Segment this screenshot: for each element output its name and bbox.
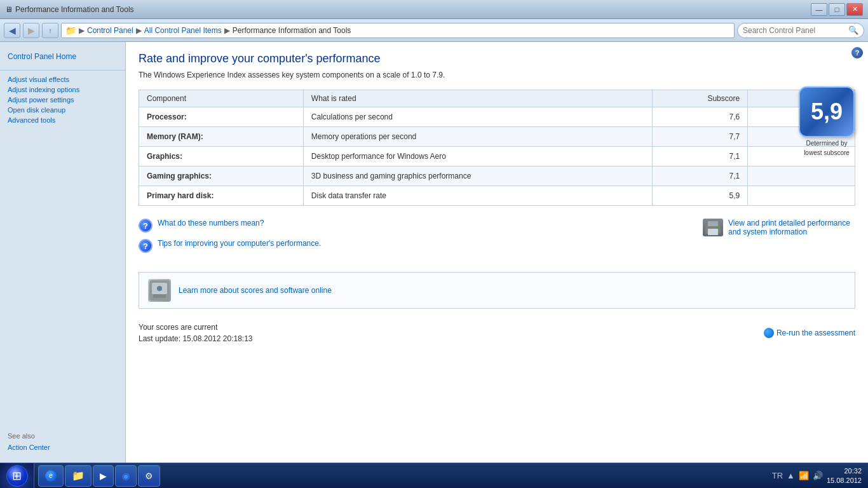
col-rated: What is rated <box>303 90 652 107</box>
tips-link[interactable]: Tips for improving your computer's perfo… <box>158 239 321 248</box>
sidebar-open-disk-cleanup[interactable]: Open disk cleanup <box>0 105 125 115</box>
taskbar-apps: e 📁 ▶ ◉ ⚙ <box>34 465 766 487</box>
basescore-cell <box>748 186 855 206</box>
page-description: The Windows Experience Index assesses ke… <box>139 71 855 79</box>
breadcrumb-control-panel[interactable]: Control Panel <box>87 26 133 35</box>
component-name: Primary hard disk: <box>139 186 304 206</box>
rerun-icon <box>764 328 774 338</box>
component-rated: 3D business and gaming graphics performa… <box>303 166 652 186</box>
breadcrumb-current: Performance Information and Tools <box>233 26 351 35</box>
address-bar: ◀ ▶ ↑ 📁 ▶ Control Panel ▶ All Control Pa… <box>0 19 868 42</box>
component-subscore: 7,1 <box>652 147 747 166</box>
table-row: Graphics: Desktop performance for Window… <box>139 147 855 166</box>
component-rated: Disk data transfer rate <box>303 186 652 206</box>
title-bar-controls: — □ ✕ <box>811 3 863 16</box>
content-area: ? Rate and improve your computer's perfo… <box>126 42 868 463</box>
printer-icon <box>703 219 723 236</box>
component-name: Gaming graphics: <box>139 166 304 186</box>
component-rated: Desktop performance for Windows Aero <box>303 147 652 166</box>
sidebar-action-center[interactable]: Action Center <box>8 442 118 452</box>
performance-table: Component What is rated Subscore Base sc… <box>139 90 855 206</box>
media-icon: ▶ <box>100 471 107 481</box>
back-button[interactable]: ◀ <box>4 23 20 38</box>
taskbar-chrome[interactable]: ◉ <box>115 465 137 487</box>
component-subscore: 7,1 <box>652 166 747 186</box>
lang-indicator: TR <box>772 471 783 480</box>
breadcrumb: 📁 ▶ Control Panel ▶ All Control Panel It… <box>61 23 735 38</box>
window-title: Performance Information and Tools <box>15 5 134 14</box>
links-section: ? What do these numbers mean? ? Tips for… <box>139 219 855 259</box>
component-name: Processor: <box>139 107 304 127</box>
start-button[interactable]: ⊞ <box>0 463 34 489</box>
col-component: Component <box>139 90 304 107</box>
maximize-button[interactable]: □ <box>829 3 845 16</box>
learn-icon <box>148 279 171 302</box>
help-icon-numbers: ? <box>139 219 153 233</box>
minimize-button[interactable]: — <box>811 3 827 16</box>
component-name: Memory (RAM): <box>139 127 304 147</box>
start-orb: ⊞ <box>6 465 28 487</box>
component-subscore: 7,7 <box>652 127 747 147</box>
status-text: Your scores are current Last update: 15.… <box>139 322 253 344</box>
folder-icon: 📁 <box>65 25 76 36</box>
basescore-cell <box>748 166 855 186</box>
component-subscore: 7,6 <box>652 107 747 127</box>
chrome-icon: ◉ <box>122 471 130 481</box>
arrow-icon: ▲ <box>787 471 795 480</box>
search-icon: 🔍 <box>848 25 858 35</box>
sidebar-adjust-power[interactable]: Adjust power settings <box>0 95 125 105</box>
help-icon[interactable]: ? <box>851 47 863 58</box>
taskbar-control-panel[interactable]: ⚙ <box>138 465 160 487</box>
clock: 20:32 15.08.2012 <box>827 466 862 485</box>
sidebar-section-main: Control Panel Home <box>0 47 125 66</box>
close-button[interactable]: ✕ <box>846 3 863 16</box>
sidebar: Control Panel Home Adjust visual effects… <box>0 42 126 463</box>
component-subscore: 5,9 <box>652 186 747 206</box>
taskbar-media[interactable]: ▶ <box>93 465 114 487</box>
sidebar-adjust-indexing[interactable]: Adjust indexing options <box>0 85 125 95</box>
breadcrumb-all-items[interactable]: All Control Panel Items <box>144 26 222 35</box>
component-rated: Calculations per second <box>303 107 652 127</box>
svg-rect-2 <box>708 229 718 235</box>
component-rated: Memory operations per second <box>303 127 652 147</box>
title-bar: 🖥 Performance Information and Tools — □ … <box>0 0 868 19</box>
sidebar-adjust-visual-effects[interactable]: Adjust visual effects <box>0 74 125 85</box>
link-item-tips: ? Tips for improving your computer's per… <box>139 239 690 253</box>
learn-more-link[interactable]: Learn more about scores and software onl… <box>179 286 332 295</box>
rerun-link[interactable]: Re-run the assessment <box>764 328 855 338</box>
svg-point-3 <box>717 226 719 229</box>
col-subscore: Subscore <box>652 90 747 107</box>
sidebar-control-panel-home[interactable]: Control Panel Home <box>8 51 118 62</box>
taskbar-right: TR ▲ 📶 🔊 20:32 15.08.2012 <box>766 466 868 485</box>
search-input[interactable] <box>743 26 848 35</box>
taskbar-folder[interactable]: 📁 <box>65 465 92 487</box>
component-name: Graphics: <box>139 147 304 166</box>
links-right: View and print detailed performance and … <box>703 219 855 236</box>
main-layout: Control Panel Home Adjust visual effects… <box>0 42 868 463</box>
status-line1: Your scores are current <box>139 322 253 333</box>
clock-time: 20:32 <box>827 466 862 475</box>
forward-button[interactable]: ▶ <box>23 23 39 38</box>
table-row: Gaming graphics: 3D business and gaming … <box>139 166 855 186</box>
sidebar-advanced-tools[interactable]: Advanced tools <box>0 115 125 125</box>
network-icon: 📶 <box>799 471 809 480</box>
svg-rect-1 <box>708 221 718 226</box>
score-number: 5,9 <box>799 86 855 137</box>
score-badge: 5,9 Determined by lowest subscore <box>798 86 855 156</box>
search-box[interactable]: 🔍 <box>737 23 864 38</box>
ie-icon: e <box>45 470 57 482</box>
view-print-link[interactable]: View and print detailed performance and … <box>728 219 855 236</box>
table-row: Primary hard disk: Disk data transfer ra… <box>139 186 855 206</box>
up-button[interactable]: ↑ <box>42 23 58 38</box>
svg-rect-6 <box>153 294 166 298</box>
help-icon-tips: ? <box>139 239 153 253</box>
see-also-label: See also <box>8 432 118 440</box>
volume-icon: 🔊 <box>813 471 823 480</box>
status-line2: Last update: 15.08.2012 20:18:13 <box>139 333 253 344</box>
status-area: Your scores are current Last update: 15.… <box>139 322 855 344</box>
what-numbers-mean-link[interactable]: What do these numbers mean? <box>158 219 264 227</box>
taskbar-ie[interactable]: e <box>38 465 64 487</box>
rerun-label: Re-run the assessment <box>776 329 855 337</box>
page-title: Rate and improve your computer's perform… <box>139 52 855 65</box>
learn-more-box: Learn more about scores and software onl… <box>139 272 855 309</box>
